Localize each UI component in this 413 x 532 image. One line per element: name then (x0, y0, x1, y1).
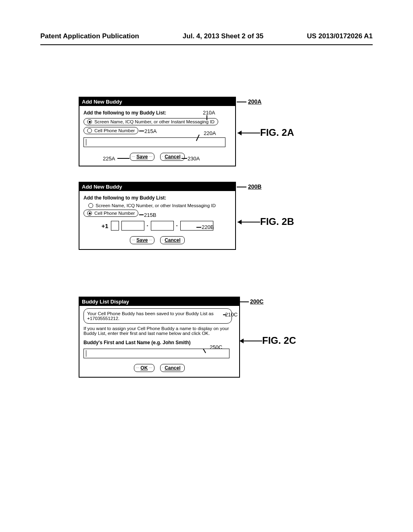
radio-cellphone[interactable]: Cell Phone Number (83, 210, 138, 217)
radio-on-icon (87, 119, 92, 124)
country-code: +1 (101, 222, 108, 229)
callout-220a: 220A (204, 130, 216, 136)
header-left: Patent Application Publication (40, 32, 139, 40)
notice-text: Your Cell Phone Buddy has been saved to … (87, 311, 213, 321)
button-row: ··· Save ··· · Cancel · (83, 236, 231, 244)
lead-line (237, 102, 246, 102)
buddy-name-input[interactable] (83, 349, 229, 358)
lead-line (240, 301, 249, 302)
dots-icon: · (182, 239, 183, 241)
dots-icon: · (162, 239, 163, 241)
radio-screenname[interactable]: Screen Name, ICQ Number, or other Instan… (83, 118, 218, 125)
phone-seg-3[interactable] (151, 221, 174, 231)
lead-line (223, 314, 226, 315)
figure-label-2a: FIG. 2A (260, 127, 294, 138)
lead-line (117, 158, 129, 159)
fig-2a-block: Add New Buddy Add the following to my Bu… (79, 97, 361, 171)
dialog-title: Buddy List Display (79, 297, 239, 306)
cancel-button[interactable]: · Cancel · (160, 364, 185, 372)
save-label: Save (136, 154, 148, 160)
lead-line (139, 214, 144, 215)
text-cursor-icon (86, 139, 86, 145)
dots-icon: ··· (132, 156, 136, 158)
cancel-label: Cancel (165, 154, 180, 160)
header-rule (40, 44, 373, 45)
buddy-input[interactable] (83, 137, 225, 147)
refnum-200b: 200B (248, 183, 261, 190)
lead-line (139, 131, 144, 131)
dots-icon: ··· (136, 367, 140, 369)
patent-sheet: Patent Application Publication Jul. 4, 2… (0, 0, 413, 532)
instruction-text: If you want to assign your Cell Phone Bu… (83, 326, 233, 336)
fig-2b-block: Add New Buddy Add the following to my Bu… (79, 182, 361, 256)
cancel-button[interactable]: · Cancel · (160, 236, 185, 244)
header-right: US 2013/0172026 A1 (307, 32, 373, 40)
fig-2c-block: Buddy List Display Your Cell Phone Buddy… (79, 297, 361, 389)
lead-line (181, 158, 187, 159)
callout-215b: 215B (144, 212, 156, 218)
cancel-label: Cancel (165, 237, 180, 243)
dialog-title: Add New Buddy (79, 98, 235, 106)
drawing-area: Add New Buddy Add the following to my Bu… (79, 97, 361, 400)
dots-icon: ··· (149, 367, 152, 369)
radio-screenname-label: Screen Name, ICQ Number, or other Instan… (96, 203, 216, 208)
phone-seg-1[interactable] (111, 221, 119, 231)
callout-225a: 225A (103, 156, 115, 162)
buddy-display-dialog: Buddy List Display Your Cell Phone Buddy… (79, 297, 240, 378)
dialog-body: Add the following to my Buddy List: Scre… (79, 191, 235, 249)
header-center: Jul. 4, 2013 Sheet 2 of 35 (183, 32, 263, 40)
cancel-label: Cancel (165, 365, 180, 371)
radio-screenname[interactable]: Screen Name, ICQ Number, or other Instan… (88, 203, 231, 208)
dots-icon: ··· (149, 239, 152, 241)
save-button[interactable]: ··· Save ··· (130, 236, 155, 244)
dots-icon: ··· (149, 156, 152, 158)
refnum-200a: 200A (248, 98, 261, 105)
dialog-body: Your Cell Phone Buddy has been saved to … (79, 306, 239, 377)
callout-220b: 220B (202, 224, 214, 230)
radio-cellphone[interactable]: Cell Phone Number (83, 127, 138, 134)
radio-off-icon (88, 203, 93, 208)
radio-cellphone-label: Cell Phone Number (94, 211, 135, 216)
radio-on-icon (87, 211, 92, 216)
dots-icon: ··· (132, 239, 136, 241)
lead-line (206, 115, 207, 120)
refnum-200c: 200C (250, 298, 263, 305)
dash-icon: - (147, 223, 148, 229)
callout-210a: 210A (203, 110, 215, 116)
callout-210c: 210C (225, 312, 238, 318)
lead-line (237, 187, 246, 187)
button-row: ··· OK ··· · Cancel · (83, 364, 235, 372)
callout-250c: 250C (210, 344, 222, 350)
prompt-text: Add the following to my Buddy List: (83, 195, 231, 201)
ok-button[interactable]: ··· OK ··· (134, 364, 155, 372)
radio-screenname-label: Screen Name, ICQ Number, or other Instan… (94, 119, 215, 124)
lead-line (196, 227, 201, 228)
dialog-title: Add New Buddy (79, 183, 235, 191)
callout-230a: 230A (188, 156, 200, 162)
radio-cellphone-label: Cell Phone Number (94, 128, 135, 133)
dots-icon: · (182, 156, 183, 158)
radio-off-icon (87, 128, 92, 133)
figure-label-2c: FIG. 2C (262, 335, 296, 346)
page-header: Patent Application Publication Jul. 4, 2… (40, 32, 373, 40)
callout-215a: 215A (144, 128, 156, 134)
text-cursor-icon (86, 350, 86, 357)
ok-label: OK (140, 365, 148, 371)
cancel-button[interactable]: · Cancel · (160, 153, 185, 161)
phone-seg-2[interactable] (121, 221, 144, 231)
dots-icon: · (182, 367, 183, 369)
save-label: Save (136, 237, 148, 243)
figure-label-2b: FIG. 2B (260, 216, 294, 227)
saved-notice: Your Cell Phone Buddy has been saved to … (83, 308, 232, 324)
dash-icon: - (176, 223, 178, 229)
dots-icon: · (162, 367, 163, 369)
add-buddy-dialog-b: Add New Buddy Add the following to my Bu… (79, 182, 236, 250)
save-button[interactable]: ··· Save ··· (130, 153, 155, 161)
dots-icon: · (162, 156, 163, 158)
